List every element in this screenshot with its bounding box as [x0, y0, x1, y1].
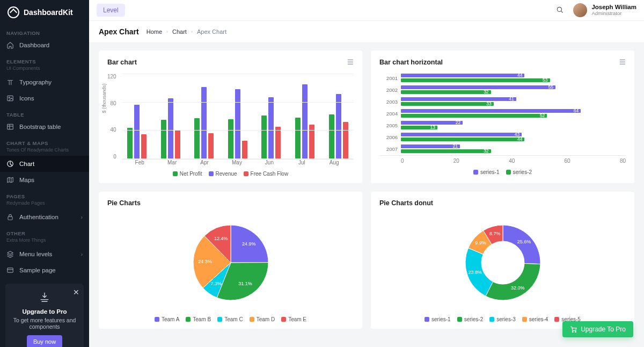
hamburger-icon[interactable]: ☰: [619, 58, 626, 66]
bar[interactable]: 41: [401, 97, 516, 101]
lock-icon: [6, 213, 14, 221]
legend-item[interactable]: series-2: [506, 169, 532, 175]
legend-item[interactable]: Team E: [281, 316, 306, 322]
user-role: Administrator: [591, 11, 636, 16]
level-button[interactable]: Level: [97, 4, 125, 17]
legend-item[interactable]: Team D: [250, 316, 275, 322]
bar[interactable]: [343, 122, 348, 159]
bar-value: 13: [430, 125, 435, 130]
slice-label: 24.9%: [242, 241, 256, 247]
fab-label: Upgrade To Pro: [581, 326, 626, 333]
legend-item[interactable]: Revenue: [209, 171, 237, 177]
svg-rect-4: [8, 216, 12, 220]
pie-slice[interactable]: [503, 225, 540, 264]
sidebar-item-dashboard[interactable]: Dashboard: [0, 37, 89, 53]
bar[interactable]: [141, 134, 147, 159]
bar[interactable]: [295, 118, 301, 159]
sidebar-item-label: Icons: [19, 95, 34, 102]
bar[interactable]: [329, 114, 334, 159]
bar[interactable]: [261, 115, 267, 159]
y-tick: 2007: [379, 146, 398, 152]
bar[interactable]: 55: [401, 85, 555, 89]
sidebar-item-typography[interactable]: Typography: [0, 74, 89, 90]
bar-value: 44: [517, 136, 522, 142]
sidebar-item-chart[interactable]: Chart: [0, 156, 89, 172]
image-icon: [6, 95, 14, 102]
sidebar-item-maps[interactable]: Maps: [0, 172, 89, 188]
close-icon[interactable]: ✕: [73, 288, 79, 297]
sidebar-item-sample-page[interactable]: Sample page: [0, 262, 89, 278]
bar[interactable]: [275, 127, 281, 159]
bar[interactable]: 32: [401, 149, 491, 153]
user-menu[interactable]: Joseph William Administrator: [573, 3, 636, 17]
sidebar-item-menu-levels[interactable]: Menu levels ›: [0, 246, 89, 262]
y-tick: 2003: [379, 99, 398, 105]
legend-item[interactable]: series-3: [489, 316, 516, 322]
card-title: Pie Charts donut: [379, 199, 433, 207]
bar[interactable]: [161, 120, 166, 159]
legend-item[interactable]: Free Cash Flow: [244, 171, 289, 177]
x-tick: May: [221, 160, 253, 165]
nav-section-title: TABLE: [0, 106, 89, 119]
bar[interactable]: 22: [401, 121, 463, 125]
bar[interactable]: 53: [401, 78, 550, 82]
sidebar-item-bootstrap-table[interactable]: Bootstrap table: [0, 119, 89, 135]
nav-section-subtitle: Tones Of Readymade Charts: [0, 147, 89, 156]
x-tick: Apr: [188, 160, 221, 165]
bar[interactable]: [208, 133, 214, 159]
slice-label: 23.8%: [468, 270, 482, 275]
bar[interactable]: [235, 89, 240, 159]
bar[interactable]: [309, 125, 314, 159]
breadcrumb-item[interactable]: Home: [147, 28, 162, 35]
legend-item[interactable]: Team A: [155, 316, 179, 322]
bar[interactable]: [134, 105, 140, 159]
bar[interactable]: 64: [401, 109, 581, 113]
upgrade-fab[interactable]: Upgrade To Pro: [562, 321, 633, 337]
legend-item[interactable]: series-1: [473, 169, 500, 175]
card-pie: Pie Charts 24.9%31.1%7.3%24.3%12.4%Team …: [99, 192, 362, 329]
bar[interactable]: 33: [401, 102, 494, 106]
bar[interactable]: [201, 87, 207, 159]
y-axis-label: $ (thousands): [101, 83, 107, 113]
bar[interactable]: [228, 119, 233, 159]
legend-item[interactable]: Net Profit: [173, 171, 202, 177]
bar-group: [125, 74, 149, 159]
bar[interactable]: [302, 84, 308, 159]
breadcrumb-item[interactable]: Chart: [172, 28, 187, 35]
bar[interactable]: 21: [401, 144, 460, 148]
bar[interactable]: [194, 118, 200, 159]
bar[interactable]: [242, 141, 247, 159]
bar[interactable]: [127, 128, 133, 159]
hamburger-icon[interactable]: ☰: [347, 58, 354, 66]
bar[interactable]: 43: [401, 133, 522, 136]
svg-point-1: [9, 97, 10, 98]
bar[interactable]: 44: [401, 74, 524, 77]
main: Level Joseph William Administrator Apex …: [89, 0, 644, 347]
bar-value: 41: [509, 96, 514, 102]
bar[interactable]: [336, 94, 341, 159]
bar[interactable]: 13: [401, 126, 437, 129]
logo[interactable]: DashboardKit: [0, 0, 89, 25]
bar[interactable]: [175, 130, 180, 159]
legend-item[interactable]: series-2: [457, 316, 484, 322]
cart-icon: [570, 326, 577, 333]
legend-item[interactable]: series-1: [425, 316, 451, 322]
bar[interactable]: 52: [401, 114, 547, 118]
sidebar-item-label: Bootstrap table: [19, 124, 61, 130]
legend-item[interactable]: Team C: [217, 316, 243, 322]
slice-label: 32.0%: [510, 285, 524, 291]
legend-item[interactable]: Team B: [186, 316, 211, 322]
bar[interactable]: 32: [401, 90, 491, 94]
bar[interactable]: 44: [401, 138, 524, 141]
y-tick: 2001: [379, 75, 398, 81]
sidebar-item-icons[interactable]: Icons: [0, 90, 89, 106]
buy-now-button[interactable]: Buy now: [27, 335, 62, 347]
sidebar-item-authentication[interactable]: Authentication ›: [0, 209, 89, 225]
slice-label: 31.1%: [238, 281, 252, 286]
bar[interactable]: [168, 98, 173, 159]
pie-slice[interactable]: [485, 264, 540, 300]
bar[interactable]: [268, 97, 274, 159]
x-tick: Jul: [286, 160, 318, 165]
legend-item[interactable]: series-4: [522, 316, 548, 322]
search-button[interactable]: [553, 3, 567, 18]
